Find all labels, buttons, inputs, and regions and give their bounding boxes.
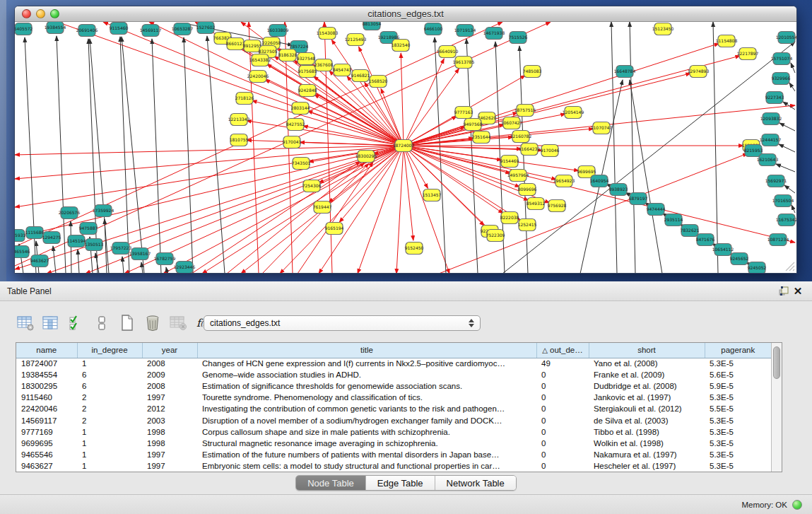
table-row[interactable]: 1872400712008Changes of HCN gene express…	[16, 358, 771, 369]
graph-node[interactable]: 9170041	[283, 136, 302, 148]
graph-node[interactable]: 9474444	[647, 204, 666, 216]
table-select-dropdown[interactable]: citations_edges.txt	[204, 315, 481, 331]
table-row[interactable]: 1938455462009Genome–wide association stu…	[16, 369, 771, 380]
graph-node[interactable]: 1640954	[590, 175, 609, 187]
graph-node[interactable]: 9245052	[748, 262, 767, 274]
float-panel-icon[interactable]	[777, 284, 791, 298]
graph-node[interactable]: 9227343	[765, 92, 784, 104]
graph-node[interactable]: 2718126	[235, 93, 254, 105]
graph-node[interactable]: 10719134	[454, 25, 476, 37]
graph-node[interactable]: 15751074	[771, 53, 793, 65]
delete-table-disabled-button[interactable]	[168, 314, 187, 333]
graph-node[interactable]: 2351644	[472, 132, 491, 144]
table-row[interactable]: 969969511998Structural magnetic resonanc…	[16, 438, 771, 449]
graph-node[interactable]: 10871234	[767, 234, 789, 246]
graph-node[interactable]: 1832540	[392, 40, 411, 52]
graph-node[interactable]: 8471676	[696, 234, 715, 246]
table-row[interactable]: 911546021997Tourette syndrome. Phenomeno…	[16, 392, 771, 403]
graph-node[interactable]: 14569117	[140, 25, 162, 37]
column-header-short[interactable]: short	[589, 343, 705, 358]
graph-node[interactable]: 17359924	[93, 205, 114, 217]
tab-network-table[interactable]: Network Table	[435, 476, 516, 490]
new-table-button[interactable]	[117, 314, 136, 333]
graph-node[interactable]: 9242848	[298, 85, 317, 97]
graph-node[interactable]: 12160782	[510, 131, 532, 143]
graph-node[interactable]: 11070747	[591, 122, 613, 134]
graph-node[interactable]: 15123450	[652, 23, 674, 35]
table-scrollbar[interactable]	[771, 343, 782, 472]
graph-node[interactable]: 19384554	[45, 22, 66, 34]
table-row[interactable]: 977716911998Corpus callosum shape and si…	[16, 426, 771, 438]
column-header-in_degree[interactable]: in_degree	[77, 343, 142, 358]
graph-node[interactable]: 16543382	[249, 54, 271, 66]
graph-node[interactable]: 1513457	[423, 189, 442, 201]
graph-node[interactable]: 6466100	[424, 23, 443, 35]
resize-grip[interactable]	[785, 262, 795, 271]
graph-node[interactable]: 9170046	[541, 145, 560, 157]
graph-node[interactable]: 2803144	[291, 103, 310, 115]
graph-node[interactable]: 8813054	[363, 22, 382, 30]
graph-node[interactable]: 16640910	[437, 46, 459, 58]
graph-node[interactable]: 11675342	[776, 214, 796, 226]
table-mode-button[interactable]	[16, 314, 35, 333]
tab-edge-table[interactable]: Edge Table	[366, 476, 435, 490]
graph-node[interactable]: 12093832	[760, 113, 782, 125]
graph-node[interactable]: 18724007	[393, 140, 415, 152]
graph-node[interactable]: 8427552	[286, 119, 305, 131]
graph-node[interactable]: 8660123	[226, 38, 245, 50]
graph-node[interactable]: 14957964	[507, 170, 529, 182]
graph-node[interactable]: 1294275	[42, 232, 61, 244]
graph-node[interactable]: 12125493	[345, 34, 367, 46]
graph-node[interactable]: 12054149	[563, 107, 584, 119]
graph-node[interactable]: 1350513	[85, 239, 104, 251]
graph-node[interactable]: 8186328	[278, 49, 298, 62]
graph-node[interactable]: 9245652	[730, 253, 749, 265]
scrollbar-thumb[interactable]	[773, 346, 780, 379]
graph-node[interactable]: 12923446	[174, 262, 196, 274]
graph-node[interactable]: 1568520	[369, 76, 388, 88]
graph-node[interactable]: 11154808	[716, 35, 738, 47]
graph-node[interactable]: 19654923	[553, 175, 575, 187]
graph-node[interactable]: 9154469	[500, 156, 519, 168]
window-titlebar[interactable]: citations_edges.txt	[15, 6, 796, 22]
graph-node[interactable]: 7832621	[681, 225, 700, 237]
graph-node[interactable]: 12974893	[688, 66, 710, 78]
table-row[interactable]: 1830029562008Estimation of significance …	[16, 380, 771, 392]
graph-node[interactable]: 12217897	[737, 48, 759, 60]
table-row[interactable]: 1456911722003Disruption of a novel membe…	[16, 414, 771, 426]
graph-node[interactable]: 13958167	[129, 248, 151, 260]
graph-node[interactable]: 6879197	[629, 193, 648, 205]
graph-node[interactable]: 15692971	[765, 175, 787, 187]
column-visibility-button[interactable]	[66, 314, 86, 333]
graph-node[interactable]: 1252415	[518, 219, 537, 231]
table-row[interactable]: 946362711997Embryonic stem cells: a mode…	[16, 460, 771, 472]
graph-node[interactable]: 12444157	[760, 134, 782, 146]
graph-node[interactable]: 1115686	[25, 227, 45, 239]
close-panel-button[interactable]: ✕	[791, 284, 805, 298]
column-header-year[interactable]: year	[142, 343, 197, 358]
graph-node[interactable]: 14671938	[483, 28, 505, 40]
graph-node[interactable]: 9497568	[464, 119, 483, 131]
row-height-button[interactable]	[92, 314, 111, 333]
graph-node[interactable]: 9465546	[15, 246, 30, 258]
network-canvas[interactable]: 1872400718300295640557219384554206914069…	[15, 22, 796, 273]
graph-node[interactable]: 2367608	[314, 59, 334, 71]
graph-node[interactable]: 17016504	[772, 195, 794, 207]
graph-node[interactable]: 9329966	[772, 73, 791, 85]
graph-node[interactable]: 12213343	[228, 114, 250, 126]
graph-node[interactable]: 9463627	[30, 255, 49, 267]
graph-node[interactable]: 7522309	[486, 230, 505, 242]
graph-node[interactable]: 7254306	[302, 180, 322, 192]
close-window-button[interactable]	[22, 9, 31, 18]
graph-node[interactable]: 9777163	[454, 107, 473, 119]
column-header-out_de[interactable]: △out_de…	[536, 343, 589, 358]
graph-node[interactable]: 9756928	[548, 200, 567, 212]
graph-node[interactable]: 16782759	[154, 253, 176, 265]
table-row[interactable]: 2242004622012Investigating the contribut…	[16, 403, 771, 414]
graph-node[interactable]: 7619447	[313, 201, 332, 214]
delete-trash-button[interactable]	[143, 314, 162, 333]
graph-node[interactable]: 11664232	[519, 144, 541, 156]
graph-node[interactable]: 9175685	[298, 66, 317, 78]
graph-node[interactable]: 10654112	[712, 244, 734, 256]
graph-node[interactable]: 8549312	[526, 198, 546, 210]
